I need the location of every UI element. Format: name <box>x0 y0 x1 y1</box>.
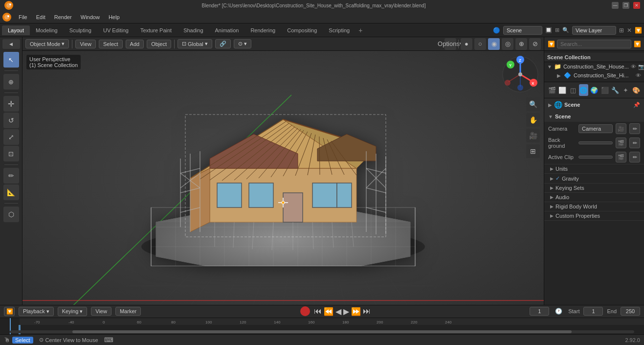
viewport-options-button[interactable]: Options ▾ <box>444 38 456 50</box>
object-menu-button[interactable]: Object <box>147 40 171 48</box>
background-edit-icon[interactable]: ✏ <box>629 138 640 148</box>
viewport-xray-toggle[interactable]: ⊘ <box>529 38 541 50</box>
gravity-header[interactable]: ▶ ✓ Gravity <box>544 174 644 183</box>
props-tab-scene[interactable]: 🌐 <box>579 84 589 96</box>
scene-sub-header[interactable]: ▼ Scene <box>544 111 644 122</box>
props-tab-object[interactable]: ⬛ <box>600 84 610 96</box>
ws-tab-texture-paint[interactable]: Texture Paint <box>134 25 178 35</box>
transport-play[interactable]: ▶ <box>343 307 349 316</box>
ws-tab-sculpting[interactable]: Sculpting <box>64 25 97 35</box>
ws-tab-compositing[interactable]: Compositing <box>281 25 323 35</box>
viewport-shading-wire[interactable]: ○ <box>474 38 486 50</box>
outliner-object-item[interactable]: ▶ 🔷 Construction_Site_Hi... 👁 <box>554 71 644 80</box>
gravity-checkbox-icon[interactable]: ✓ <box>555 175 560 182</box>
viewport-overlay-toggle[interactable]: ⊕ <box>515 38 527 50</box>
props-tab-particles[interactable]: ✦ <box>621 84 631 96</box>
object-vis-icon[interactable]: 👁 <box>636 72 641 78</box>
active-clip-value[interactable] <box>578 156 613 159</box>
keying-menu-button[interactable]: Keying ▾ <box>58 307 88 316</box>
props-tab-world[interactable]: 🌍 <box>589 84 599 96</box>
active-clip-edit-icon[interactable]: ✏ <box>629 152 640 162</box>
minimize-button[interactable]: — <box>612 2 619 9</box>
timeline-track[interactable]: -70 -40 0 60 80 100 120 140 160 180 200 … <box>0 318 644 334</box>
rotate-tool-button[interactable]: ↺ <box>3 113 19 128</box>
props-tab-render[interactable]: 🎬 <box>547 84 557 96</box>
pan-button[interactable]: ✋ <box>526 113 540 127</box>
scene-selector[interactable] <box>503 26 542 35</box>
add-workspace-button[interactable]: + <box>355 25 365 35</box>
move-tool-button[interactable]: ✛ <box>3 96 19 112</box>
props-tab-material[interactable]: 🎨 <box>632 84 642 96</box>
status-select-button[interactable]: Select <box>12 337 33 344</box>
transport-jump-start[interactable]: ⏮ <box>314 307 322 316</box>
menu-render[interactable]: Render <box>50 13 76 21</box>
pin-icon[interactable]: 📌 <box>633 102 640 108</box>
ws-tab-scripting[interactable]: Scripting <box>323 25 355 35</box>
viewport-shading-rendered[interactable]: ◉ <box>488 38 500 50</box>
measure-tool-button[interactable]: 📐 <box>3 184 19 200</box>
viewport-shading-material[interactable]: ◎ <box>502 38 513 50</box>
timeline-scrollbar[interactable] <box>10 330 634 333</box>
add-menu-button[interactable]: Add <box>126 40 144 48</box>
annotate-tool-button[interactable]: ✏ <box>3 168 19 184</box>
ws-tab-shading[interactable]: Shading <box>178 25 209 35</box>
keying-sets-header[interactable]: ▶ Keying Sets <box>544 184 644 192</box>
camera-value[interactable]: Camera <box>578 124 613 133</box>
mode-toggle[interactable]: ◀ <box>2 39 20 49</box>
view-menu-button[interactable]: View <box>91 307 111 316</box>
transport-prev-keyframe[interactable]: ⏪ <box>324 307 333 316</box>
playback-menu-button[interactable]: Playback ▾ <box>19 307 54 316</box>
camera-eye-icon[interactable]: 🎥 <box>616 123 626 134</box>
maximize-button[interactable]: ❐ <box>622 2 629 9</box>
scale-tool-button[interactable]: ⤢ <box>3 129 19 145</box>
navigation-gizmo[interactable]: Z X Y <box>501 55 540 94</box>
ws-tab-modeling[interactable]: Modeling <box>30 25 64 35</box>
outliner-settings-icon[interactable]: 🔽 <box>633 39 641 49</box>
props-tab-modifier[interactable]: 🔧 <box>610 84 620 96</box>
custom-props-header[interactable]: ▶ Custom Properties <box>544 211 644 220</box>
camera-edit-icon[interactable]: ✏ <box>629 123 640 134</box>
props-tab-output[interactable]: ⬜ <box>558 84 568 96</box>
close-button[interactable]: ✕ <box>633 2 640 9</box>
menu-file[interactable]: File <box>15 13 31 21</box>
end-frame-input[interactable] <box>621 307 640 316</box>
visibility-icon[interactable]: 👁 <box>631 64 636 69</box>
transform-tool-button[interactable]: ⊡ <box>3 146 19 161</box>
zoom-button[interactable]: 🔍 <box>526 97 540 111</box>
background-value[interactable] <box>578 141 613 144</box>
outliner-filter-icon[interactable]: 🔽 <box>547 39 555 49</box>
scene-section-header[interactable]: ▶ 🌐 Scene 📌 <box>544 98 644 111</box>
select-menu-button[interactable]: Select <box>99 40 123 48</box>
ws-tab-animation[interactable]: Animation <box>209 25 245 35</box>
props-tab-view-layer[interactable]: ◫ <box>568 84 578 96</box>
outliner-search[interactable] <box>557 40 631 48</box>
transform-orientations[interactable]: ⊡ Global ▾ <box>178 39 212 48</box>
camera-button[interactable]: 🎥 <box>526 129 540 142</box>
record-button[interactable] <box>300 306 310 316</box>
select-tool-button[interactable]: ↖ <box>3 52 19 68</box>
menu-help[interactable]: Help <box>105 13 124 21</box>
marker-menu-button[interactable]: Marker <box>115 307 141 316</box>
outliner-scene-collection[interactable]: ▼ 📁 Construction_Site_House... 👁 📷 <box>544 62 644 71</box>
units-header[interactable]: ▶ Units <box>544 164 644 173</box>
scene-canvas[interactable]: User Perspective (1) Scene Collection Z … <box>22 51 544 305</box>
ws-tab-rendering[interactable]: Rendering <box>244 25 281 35</box>
transport-play-reverse[interactable]: ◀ <box>335 307 341 316</box>
proportional-edit-button[interactable]: ⊙ ▾ <box>234 39 251 48</box>
menu-edit[interactable]: Edit <box>32 13 49 21</box>
object-mode-button[interactable]: Object Mode ▾ <box>25 39 69 48</box>
viewport-shading-solid[interactable]: ● <box>461 38 472 50</box>
ws-tab-uv-editing[interactable]: UV Editing <box>97 25 134 35</box>
audio-header[interactable]: ▶ Audio <box>544 193 644 202</box>
add-tool-button[interactable]: ⬡ <box>3 207 19 222</box>
rigid-body-header[interactable]: ▶ Rigid Body World <box>544 202 644 211</box>
ortho-button[interactable]: ⊞ <box>526 144 540 158</box>
render-icon[interactable]: 📷 <box>638 64 644 70</box>
background-icon[interactable]: 🎬 <box>616 138 626 148</box>
ws-tab-layout[interactable]: Layout <box>2 25 30 35</box>
transport-jump-end[interactable]: ⏭ <box>363 307 371 316</box>
menu-window[interactable]: Window <box>77 13 104 21</box>
transport-next-keyframe[interactable]: ⏩ <box>351 307 361 316</box>
view-layer-selector[interactable] <box>572 26 616 35</box>
blender-menu-logo[interactable] <box>2 12 12 22</box>
